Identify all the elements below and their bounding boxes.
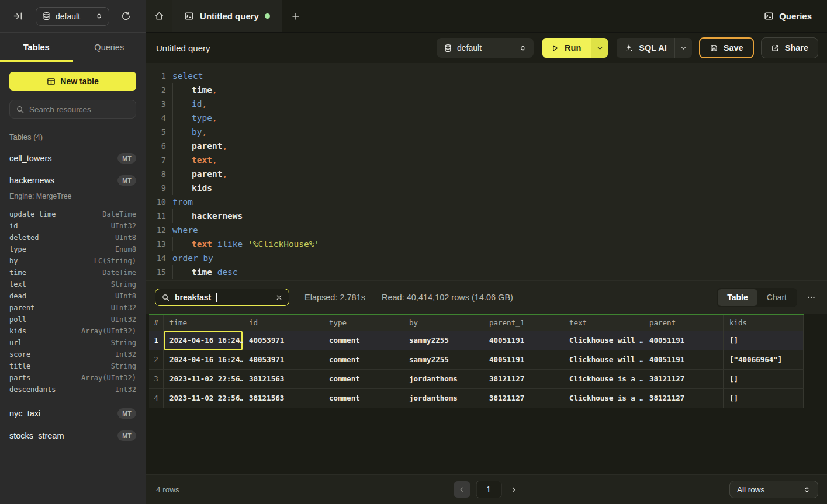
sidebar-item-stocks-stream[interactable]: stocks_stream MT	[9, 430, 136, 441]
table-cell[interactable]: comment	[323, 331, 403, 350]
sidebar-item-nyc-taxi[interactable]: nyc_taxi MT	[9, 408, 136, 419]
column-row[interactable]: deletedUInt8	[9, 232, 136, 244]
table-header-cell[interactable]: time	[164, 315, 243, 331]
column-row[interactable]: kidsArray(UInt32)	[9, 325, 136, 337]
database-selector-top[interactable]: default	[36, 7, 109, 26]
table-cell[interactable]: 2024-04-16 16:24…	[164, 350, 243, 370]
table-cell[interactable]: Clickhouse is a …	[563, 389, 643, 408]
new-tab-button[interactable]	[282, 0, 309, 32]
refresh-button[interactable]	[119, 9, 133, 23]
table-cell[interactable]: 38121563	[243, 370, 323, 389]
text-cursor	[216, 293, 217, 302]
tab-untitled-query[interactable]: Untitled query	[172, 0, 282, 32]
queries-button[interactable]: Queries	[764, 0, 812, 32]
table-cell[interactable]: jordanthoms	[403, 370, 483, 389]
column-row[interactable]: titleString	[9, 360, 136, 372]
column-row[interactable]: byLC(String)	[9, 255, 136, 267]
table-cell[interactable]: 38121127	[643, 389, 724, 408]
sidebar-item-hackernews[interactable]: hackernews MT	[9, 175, 136, 186]
sql-ai-options-button[interactable]	[674, 38, 692, 58]
table-cell[interactable]: 38121127	[643, 370, 724, 389]
new-table-button[interactable]: New table	[9, 72, 136, 91]
table-cell[interactable]: 40051191	[643, 331, 724, 350]
column-row[interactable]: parentUInt32	[9, 302, 136, 314]
sql-editor[interactable]: 1select2time,3id,4type,5by,6parent,7text…	[146, 63, 827, 280]
table-cell[interactable]: jordanthoms	[403, 389, 483, 408]
table-header-cell[interactable]: parent	[643, 315, 724, 331]
column-row[interactable]: deadUInt8	[9, 290, 136, 302]
table-cell[interactable]: []	[724, 389, 804, 408]
results-search-input[interactable]: breakfast	[155, 289, 289, 306]
table-cell[interactable]: 2024-04-16 16:24…	[164, 331, 243, 350]
table-cell[interactable]: Clickhouse will …	[563, 350, 643, 370]
table-cell[interactable]: 38121563	[243, 389, 323, 408]
table-cell[interactable]: Clickhouse is a …	[563, 370, 643, 389]
table-cell[interactable]: 38121127	[483, 370, 563, 389]
table-header-cell[interactable]: type	[323, 315, 403, 331]
next-page-button[interactable]	[507, 484, 520, 496]
column-type: LC(String)	[94, 257, 136, 265]
table-cell[interactable]: 40053971	[243, 331, 323, 350]
column-row[interactable]: textString	[9, 279, 136, 290]
view-toggle-chart[interactable]: Chart	[757, 289, 796, 306]
table-row: 32023-11-02 22:56…38121563commentjordant…	[149, 370, 804, 389]
column-row[interactable]: urlString	[9, 337, 136, 349]
token: text	[192, 239, 212, 249]
token	[212, 267, 217, 277]
sql-ai-button[interactable]: SQL AI	[617, 38, 674, 58]
table-cell[interactable]: 2023-11-02 22:56…	[164, 389, 243, 408]
column-row[interactable]: typeEnum8	[9, 244, 136, 255]
column-row[interactable]: partsArray(UInt32)	[9, 372, 136, 384]
share-icon	[771, 44, 780, 53]
database-selector[interactable]: default	[437, 38, 534, 58]
code-line: 6parent,	[153, 139, 827, 153]
page-size-selector[interactable]: All rows	[729, 481, 818, 498]
column-row[interactable]: idUInt32	[9, 220, 136, 232]
current-page[interactable]: 1	[476, 481, 501, 498]
results-more-button[interactable]	[804, 290, 818, 304]
table-header-cell[interactable]: by	[403, 315, 483, 331]
run-options-button[interactable]	[591, 38, 608, 58]
token: by	[192, 127, 202, 137]
table-cell[interactable]: 40051191	[483, 331, 563, 350]
table-cell[interactable]: 40051191	[643, 350, 724, 370]
table-header-cell[interactable]: kids	[724, 315, 804, 331]
table-header-cell[interactable]: parent_1	[483, 315, 563, 331]
view-toggle-table[interactable]: Table	[718, 289, 757, 306]
column-row[interactable]: pollUInt32	[9, 314, 136, 325]
table-header-cell[interactable]: id	[243, 315, 323, 331]
sidebar-tab-tables[interactable]: Tables	[0, 33, 73, 62]
queries-button-label: Queries	[779, 11, 812, 21]
table-header-cell[interactable]: #	[149, 315, 164, 331]
column-row[interactable]: timeDateTime	[9, 267, 136, 279]
table-cell[interactable]: ["40066964"]	[724, 350, 804, 370]
run-button[interactable]: Run	[542, 38, 591, 58]
column-row[interactable]: scoreInt32	[9, 349, 136, 360]
clear-search-button[interactable]	[275, 294, 283, 301]
sidebar-search[interactable]	[9, 100, 136, 119]
table-cell[interactable]: comment	[323, 350, 403, 370]
updown-chevron-icon	[519, 44, 527, 52]
table-cell[interactable]: sammy2255	[403, 331, 483, 350]
sidebar-tab-queries[interactable]: Queries	[73, 33, 146, 62]
table-cell[interactable]: comment	[323, 370, 403, 389]
table-cell[interactable]: 40053971	[243, 350, 323, 370]
table-cell[interactable]: Clickhouse will …	[563, 331, 643, 350]
table-cell[interactable]: []	[724, 370, 804, 389]
home-tab[interactable]	[146, 0, 172, 32]
table-header-cell[interactable]: text	[563, 315, 643, 331]
sidebar-collapse-button[interactable]	[11, 9, 25, 23]
table-cell[interactable]: []	[724, 331, 804, 350]
sidebar-item-cell-towers[interactable]: cell_towers MT	[9, 153, 136, 164]
table-cell[interactable]: 2023-11-02 22:56…	[164, 370, 243, 389]
table-cell[interactable]: sammy2255	[403, 350, 483, 370]
column-row[interactable]: update_timeDateTime	[9, 208, 136, 220]
table-cell[interactable]: comment	[323, 389, 403, 408]
table-cell[interactable]: 40051191	[483, 350, 563, 370]
column-row[interactable]: descendantsInt32	[9, 384, 136, 395]
share-button[interactable]: Share	[761, 37, 818, 58]
save-button[interactable]: Save	[699, 37, 754, 58]
prev-page-button[interactable]	[454, 481, 470, 498]
table-cell[interactable]: 38121127	[483, 389, 563, 408]
sidebar-search-input[interactable]	[29, 105, 130, 114]
